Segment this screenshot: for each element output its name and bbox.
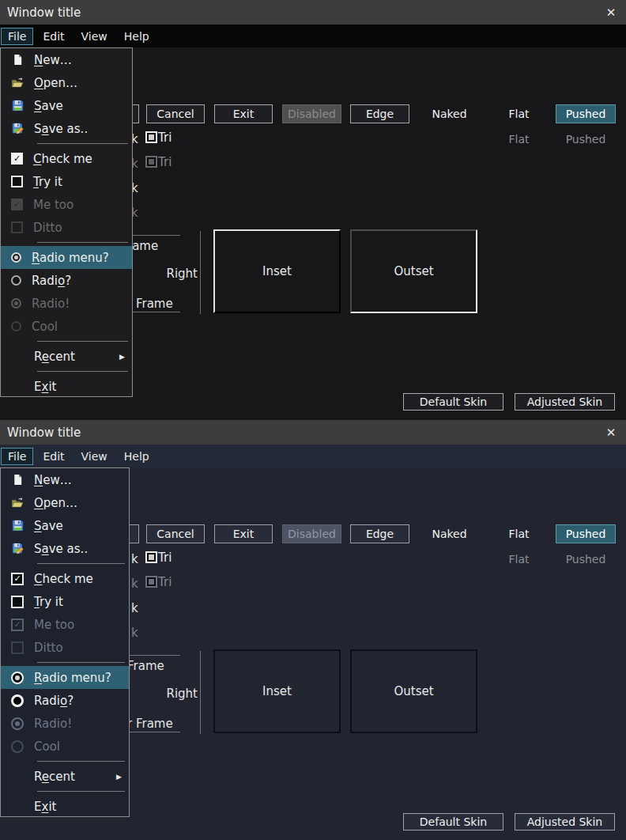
frame-border-line [200,651,201,734]
new-document-icon [11,54,24,66]
empty-icon-slot [11,800,24,813]
checkbox-checked-icon: ✓ [11,573,24,585]
checkbox-unchecked-disabled-icon [11,641,24,654]
menu-item-new[interactable]: New… [1,468,129,491]
naked-button[interactable]: Naked [420,104,479,123]
default-skin-button[interactable]: Default Skin [403,813,503,831]
menu-item-save[interactable]: Save [1,94,132,117]
menu-item-check-me[interactable]: ✓ Check me [1,567,129,590]
menu-item-open[interactable]: Open… [1,71,132,94]
menubar-item-edit[interactable]: Edit [36,448,71,465]
radio-selected-disabled-icon [11,298,21,308]
menu-item-label: Try it [33,175,62,189]
frame-border-line [200,231,201,314]
menu-item-ditto: Ditto [1,636,129,659]
flat-button[interactable]: Flat [489,524,549,543]
tri-state-checkbox[interactable]: Tri [145,131,172,144]
inset-frame: Inset [213,229,341,313]
radio-selected-disabled-icon [11,717,24,730]
menu-item-radio[interactable]: Radio? [1,269,132,292]
flat-button[interactable]: Flat [489,104,549,123]
cancel-button[interactable]: Cancel [146,104,205,123]
submenu-arrow-icon: ▶ [119,353,125,361]
menu-item-label: Radio! [32,297,70,311]
menu-item-label: Check me [34,572,93,586]
menu-item-label: Me too [34,618,74,632]
default-skin-button[interactable]: Default Skin [403,393,503,411]
exit-button[interactable]: Exit [214,524,273,543]
close-icon[interactable]: ✕ [598,420,624,445]
close-icon[interactable]: ✕ [598,0,624,25]
menu-item-save-as[interactable]: Save as.. [1,117,132,140]
empty-icon-slot [11,350,24,363]
right-label: Right [142,267,198,281]
right-label: Right [142,687,198,701]
clipped-label-fragment: k [131,552,139,567]
file-menu-popup: New… Open… Save Save as.. [0,467,130,817]
edge-button[interactable]: Edge [350,524,409,543]
menubar-item-file[interactable]: File [1,448,33,465]
menu-item-label: Open… [34,76,77,90]
clipped-label-fragment: k [131,626,139,641]
tri-state-checkbox[interactable]: Tri [145,551,172,564]
titlebar[interactable]: Window title ✕ [0,0,626,25]
cancel-button[interactable]: Cancel [146,524,205,543]
menu-item-radio-menu[interactable]: Radio menu? [1,246,132,269]
pushed-button[interactable]: Pushed [556,104,616,123]
inset-frame-label: Inset [262,264,292,278]
menu-item-label: Cool [32,320,58,334]
menubar-item-file[interactable]: File [1,28,33,45]
radio-unselected-icon [11,694,24,707]
adjusted-skin-button[interactable]: Adjusted Skin [515,813,615,831]
clipped-label-fragment: k [131,577,139,592]
radio-unselected-icon [11,275,21,286]
disabled-button: Disabled [282,524,341,543]
menu-item-recent[interactable]: Recent ▶ [1,345,132,368]
menu-item-new[interactable]: New… [1,48,132,71]
exit-button[interactable]: Exit [214,104,273,123]
save-floppy-icon [11,520,24,532]
tri-checkbox-label: Tri [158,155,172,169]
app-window: Window title ✕ File Edit View Help Cance… [0,0,626,420]
menu-item-label: Recent [34,350,75,364]
naked-button[interactable]: Naked [420,524,479,543]
menu-item-exit[interactable]: Exit [1,375,132,398]
menu-separator [1,239,132,246]
menubar-item-help[interactable]: Help [117,448,156,465]
menu-separator [1,758,129,765]
menubar-item-help[interactable]: Help [117,28,156,45]
menubar-item-view[interactable]: View [74,448,115,465]
pushed-disabled-label: Pushed [556,550,616,569]
adjusted-skin-button[interactable]: Adjusted Skin [515,393,615,411]
menu-item-radio[interactable]: Radio? [1,689,129,712]
empty-icon-slot [11,380,24,393]
pushed-button[interactable]: Pushed [556,524,616,543]
outset-frame-label: Outset [394,684,433,698]
disabled-button: Disabled [282,104,341,123]
menu-item-save-as[interactable]: Save as.. [1,537,129,560]
menu-item-try-it[interactable]: Try it [1,590,129,613]
tri-checkbox-label: Tri [158,131,172,145]
submenu-arrow-icon: ▶ [116,773,122,781]
menu-item-label: Check me [33,152,92,166]
menu-item-check-me[interactable]: ✓ Check me [1,147,132,170]
menu-item-save[interactable]: Save [1,514,129,537]
menubar-item-edit[interactable]: Edit [36,28,71,45]
menu-item-try-it[interactable]: Try it [1,170,132,193]
save-as-floppy-pencil-icon [11,123,24,135]
edge-button[interactable]: Edge [350,104,409,123]
menu-item-label: New… [34,53,72,67]
tri-checkbox-icon [145,156,157,168]
menu-item-open[interactable]: Open… [1,491,129,514]
titlebar[interactable]: Window title ✕ [0,420,626,445]
window-title: Window title [7,6,81,20]
tri-checkbox-icon [145,551,157,563]
menubar-item-view[interactable]: View [74,28,115,45]
menu-item-radio-menu[interactable]: Radio menu? [1,666,129,689]
checkbox-checked-disabled-icon: ✓ [11,619,24,631]
menu-item-label: Ditto [33,221,62,235]
tri-checkbox-icon [145,131,157,143]
menu-item-exit[interactable]: Exit [1,795,129,818]
menu-item-label: Radio? [32,274,71,288]
menu-item-recent[interactable]: Recent ▶ [1,765,129,788]
